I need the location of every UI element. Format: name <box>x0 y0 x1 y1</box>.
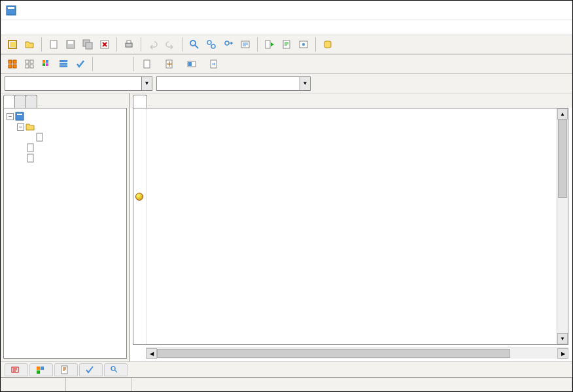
compile-run-icon[interactable] <box>262 37 277 52</box>
insert-button[interactable] <box>160 56 181 72</box>
about-icon[interactable] <box>114 56 130 72</box>
tree-item[interactable] <box>7 132 124 142</box>
svg-rect-42 <box>16 112 24 120</box>
menu-search[interactable] <box>28 26 39 29</box>
close-file-icon[interactable] <box>97 37 113 52</box>
editor[interactable]: ▲ ▼ <box>133 108 568 345</box>
menu-view[interactable] <box>40 26 50 29</box>
print-icon[interactable] <box>121 37 137 52</box>
tab-find-results[interactable] <box>104 363 128 376</box>
close-button[interactable] <box>538 1 567 20</box>
grid3-icon[interactable] <box>39 56 54 72</box>
horizontal-scrollbar[interactable]: ◀ ▶ <box>146 348 568 359</box>
scroll-up-icon[interactable]: ▲ <box>557 108 568 120</box>
save-icon[interactable] <box>63 37 78 52</box>
collapse-icon[interactable]: − <box>7 113 14 120</box>
save-all-icon[interactable] <box>80 37 95 52</box>
new-project-icon[interactable] <box>5 37 20 52</box>
scroll-right-icon[interactable]: ▶ <box>557 348 568 359</box>
titlebar <box>1 1 572 20</box>
folder-icon <box>26 122 35 131</box>
open-icon[interactable] <box>22 37 37 52</box>
svg-rect-51 <box>61 366 67 374</box>
scroll-thumb[interactable] <box>157 349 510 358</box>
menu-help[interactable] <box>122 26 133 29</box>
minimize-button[interactable] <box>479 1 508 20</box>
grid2-icon[interactable] <box>22 56 37 72</box>
menu-project[interactable] <box>52 26 62 29</box>
tab-classes[interactable] <box>14 95 26 108</box>
tab-resources[interactable] <box>29 363 53 376</box>
find-icon[interactable] <box>186 37 202 52</box>
svg-rect-30 <box>43 60 45 63</box>
file-icon <box>35 133 44 142</box>
function-combo[interactable]: ▼ <box>156 76 311 91</box>
scroll-thumb[interactable] <box>558 120 567 198</box>
code-view[interactable] <box>147 108 557 344</box>
menu-file[interactable] <box>5 26 15 29</box>
project-icon <box>15 112 24 121</box>
editor-panel: ▲ ▼ ◀ ▶ <box>130 93 572 361</box>
tab-compiler[interactable] <box>5 363 28 376</box>
grid1-icon[interactable] <box>5 56 20 72</box>
svg-rect-45 <box>27 144 33 152</box>
svg-rect-6 <box>68 41 73 44</box>
project-tree[interactable]: − − <box>3 108 127 359</box>
svg-rect-31 <box>46 60 48 63</box>
new-button[interactable] <box>138 56 159 72</box>
redo-icon[interactable] <box>162 37 178 52</box>
check-icon[interactable] <box>73 56 88 72</box>
goto-button[interactable] <box>205 56 226 72</box>
grid4-icon[interactable] <box>56 56 71 72</box>
editor-tab[interactable] <box>133 95 147 108</box>
svg-point-13 <box>207 41 211 44</box>
menu-debug[interactable] <box>75 26 86 29</box>
svg-rect-17 <box>266 41 270 48</box>
menu-cvs[interactable] <box>99 26 109 29</box>
svg-rect-10 <box>126 43 132 47</box>
tab-debug-bottom[interactable] <box>79 363 103 376</box>
breakpoint-icon[interactable] <box>135 193 143 201</box>
svg-rect-49 <box>41 367 44 370</box>
new-file-icon[interactable] <box>46 37 61 52</box>
scroll-left-icon[interactable]: ◀ <box>146 348 157 359</box>
svg-rect-3 <box>10 42 15 47</box>
toolbar-secondary <box>1 54 572 74</box>
tree-root[interactable]: − <box>7 111 124 122</box>
dropdown-arrow-icon: ▼ <box>141 77 152 90</box>
tab-project[interactable] <box>3 95 15 108</box>
run-icon[interactable] <box>296 37 311 52</box>
tab-compile-log[interactable] <box>54 363 78 376</box>
tree-folder[interactable]: − <box>7 122 124 132</box>
svg-rect-25 <box>13 65 16 68</box>
compile-icon[interactable] <box>279 37 294 52</box>
tab-debug[interactable] <box>26 95 37 108</box>
scroll-down-icon[interactable]: ▼ <box>557 333 568 344</box>
goto-line-icon[interactable] <box>237 37 253 52</box>
help-icon[interactable] <box>97 56 113 72</box>
svg-rect-33 <box>46 63 48 66</box>
menu-edit[interactable] <box>16 26 27 29</box>
svg-point-12 <box>190 41 196 46</box>
debug-icon[interactable] <box>320 37 336 52</box>
menu-window[interactable] <box>111 26 121 29</box>
vertical-scrollbar[interactable]: ▲ ▼ <box>557 108 568 344</box>
menu-execute[interactable] <box>63 26 74 29</box>
replace-icon[interactable] <box>203 37 219 52</box>
svg-rect-23 <box>13 60 16 63</box>
undo-icon[interactable] <box>145 37 161 52</box>
file-icon <box>26 143 35 152</box>
tree-item[interactable] <box>7 142 124 153</box>
bottom-tabs <box>1 361 572 377</box>
svg-rect-36 <box>60 65 67 67</box>
maximize-button[interactable] <box>508 1 538 20</box>
toggle-button[interactable] <box>182 56 203 72</box>
line-count <box>131 378 572 391</box>
svg-rect-46 <box>27 154 33 162</box>
find-next-icon[interactable] <box>220 37 236 52</box>
scope-combo[interactable]: ▼ <box>5 76 152 91</box>
tree-item[interactable] <box>7 153 124 163</box>
gutter[interactable] <box>133 108 147 344</box>
collapse-icon[interactable]: − <box>17 123 24 131</box>
menu-tools[interactable] <box>87 26 97 29</box>
